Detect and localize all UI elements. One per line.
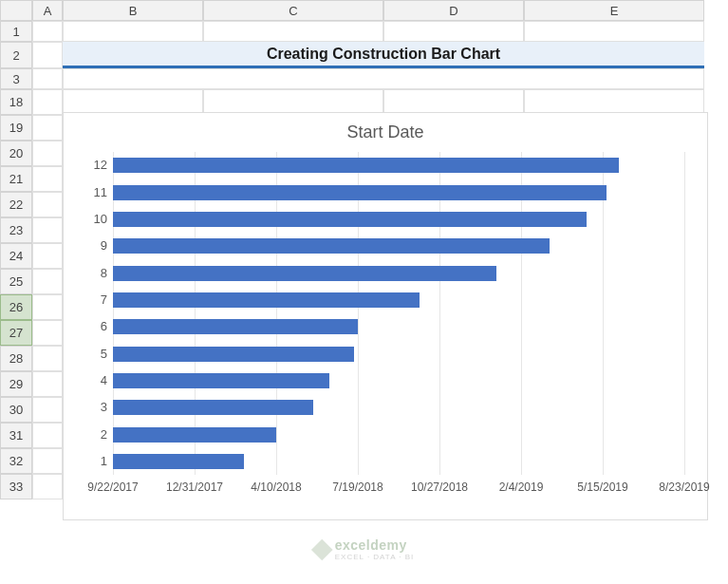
cell[interactable] — [32, 42, 63, 68]
row-header-29[interactable]: 29 — [0, 371, 32, 397]
y-category-label: 6 — [84, 319, 107, 334]
cell[interactable] — [32, 217, 63, 243]
page-title-banner: Creating Construction Bar Chart — [63, 42, 704, 68]
y-category-label: 11 — [84, 185, 107, 200]
cell[interactable] — [524, 21, 704, 42]
cell[interactable] — [32, 320, 63, 346]
y-category-label: 12 — [84, 158, 107, 173]
y-category-label: 3 — [84, 400, 107, 415]
select-all-corner[interactable] — [0, 0, 32, 21]
cell[interactable] — [63, 68, 704, 89]
chart-x-axis: 9/22/201712/31/20174/10/20187/19/201810/… — [113, 475, 684, 503]
cell[interactable] — [383, 89, 524, 115]
row-header-22[interactable]: 22 — [0, 192, 32, 217]
x-tick-label: 7/19/2018 — [332, 480, 383, 494]
chart-bar-row: 8 — [113, 266, 684, 281]
cell[interactable] — [32, 346, 63, 371]
col-header-D[interactable]: D — [383, 0, 524, 21]
cell[interactable] — [32, 294, 63, 320]
x-tick-label: 10/27/2018 — [411, 480, 468, 494]
col-header-C[interactable]: C — [203, 0, 383, 21]
watermark-tagline: EXCEL · DATA · BI — [335, 553, 415, 561]
chart-bar-row: 10 — [113, 212, 684, 227]
cell[interactable] — [203, 89, 383, 115]
chart-bar-row: 2 — [113, 427, 684, 443]
x-tick-label: 8/23/2019 — [659, 480, 709, 494]
chart-bar — [113, 292, 420, 308]
cell[interactable] — [32, 243, 63, 269]
cell[interactable] — [32, 269, 63, 294]
x-tick-label: 4/10/2018 — [251, 480, 301, 494]
chart-object[interactable]: Start Date 121110987654321 9/22/201712/3… — [63, 112, 708, 520]
x-tick-label: 12/31/2017 — [166, 480, 223, 494]
row-header-1[interactable]: 1 — [0, 21, 32, 42]
chart-bar — [113, 158, 619, 173]
chart-bar-row: 9 — [113, 238, 684, 254]
cell[interactable] — [32, 68, 63, 89]
chart-bar-row: 4 — [113, 373, 684, 388]
chart-bar — [113, 212, 587, 227]
row-header-3[interactable]: 3 — [0, 68, 32, 89]
y-category-label: 8 — [84, 266, 107, 281]
row-header-21[interactable]: 21 — [0, 166, 32, 192]
row-header-18[interactable]: 18 — [0, 89, 32, 115]
row-header-23[interactable]: 23 — [0, 217, 32, 243]
cell[interactable] — [32, 192, 63, 217]
chart-gridline — [684, 152, 685, 475]
row-header-26[interactable]: 26 — [0, 294, 32, 320]
cell[interactable] — [32, 474, 63, 499]
x-tick-label: 5/15/2019 — [577, 480, 627, 494]
row-header-24[interactable]: 24 — [0, 243, 32, 269]
cell[interactable] — [32, 141, 63, 166]
row-header-19[interactable]: 19 — [0, 115, 32, 141]
row-header-20[interactable]: 20 — [0, 141, 32, 166]
y-category-label: 4 — [84, 373, 107, 388]
cell[interactable] — [524, 89, 704, 115]
chart-bar-row: 1 — [113, 454, 684, 469]
col-header-A[interactable]: A — [32, 0, 63, 21]
col-header-E[interactable]: E — [524, 0, 704, 21]
row-header-27[interactable]: 27 — [0, 320, 32, 346]
y-category-label: 2 — [84, 427, 107, 443]
cell[interactable] — [32, 371, 63, 397]
y-category-label: 9 — [84, 238, 107, 254]
cell[interactable] — [383, 21, 524, 42]
row-header-25[interactable]: 25 — [0, 269, 32, 294]
row-header-32[interactable]: 32 — [0, 448, 32, 474]
chart-bar — [113, 347, 354, 362]
chart-plot-area: 121110987654321 — [113, 152, 684, 475]
chart-bar-row: 12 — [113, 158, 684, 173]
cell[interactable] — [32, 423, 63, 448]
y-category-label: 10 — [84, 212, 107, 227]
row-header-33[interactable]: 33 — [0, 474, 32, 499]
cell[interactable] — [32, 166, 63, 192]
chart-bar — [113, 400, 313, 415]
chart-bar — [113, 427, 276, 443]
cell[interactable] — [63, 21, 203, 42]
chart-bar — [113, 319, 358, 334]
row-header-30[interactable]: 30 — [0, 397, 32, 423]
chart-bar — [113, 266, 496, 281]
x-tick-label: 9/22/2017 — [87, 480, 138, 494]
chart-bar — [113, 238, 550, 254]
chart-bar — [113, 373, 329, 388]
cell[interactable] — [32, 397, 63, 423]
col-header-B[interactable]: B — [63, 0, 203, 21]
chart-title: Start Date — [81, 122, 690, 142]
cell[interactable] — [63, 89, 203, 115]
row-header-31[interactable]: 31 — [0, 423, 32, 448]
cell[interactable] — [32, 448, 63, 474]
chart-bar-row: 6 — [113, 319, 684, 334]
cell[interactable] — [32, 21, 63, 42]
cell[interactable] — [203, 21, 383, 42]
chart-bar-row: 5 — [113, 347, 684, 362]
cell[interactable] — [32, 89, 63, 115]
y-category-label: 7 — [84, 292, 107, 308]
chart-bar-row: 7 — [113, 292, 684, 308]
watermark: exceldemy EXCEL · DATA · BI — [314, 537, 415, 561]
row-header-28[interactable]: 28 — [0, 346, 32, 371]
chart-bar-row: 3 — [113, 400, 684, 415]
cell[interactable] — [32, 115, 63, 141]
chart-bar — [113, 185, 607, 200]
row-header-2[interactable]: 2 — [0, 42, 32, 68]
